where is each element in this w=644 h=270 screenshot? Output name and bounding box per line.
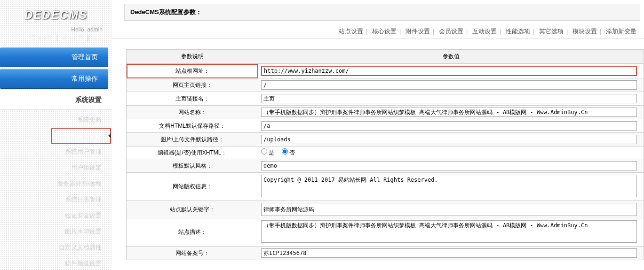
param-value-cell <box>258 173 644 201</box>
tab-other[interactable]: 其它选项 <box>539 28 564 35</box>
table-row: 网站版权信息： <box>127 173 644 201</box>
table-row: 文档HTML默认保存路径： <box>127 119 644 133</box>
col-value: 参数值 <box>258 50 644 64</box>
param-label: 网站版权信息： <box>127 173 258 201</box>
param-value-cell <box>258 78 644 92</box>
tab-interact[interactable]: 互动设置 <box>472 28 497 35</box>
param-input[interactable] <box>261 66 637 76</box>
subtabs: 站点设置| 核心设置| 附件设置| 会员设置| 互动设置| 性能选项| 其它选项… <box>112 23 644 39</box>
param-value-cell <box>258 64 644 78</box>
tab-attach[interactable]: 附件设置 <box>405 28 430 35</box>
params-table: 参数说明 参数值 站点根网址：网页主页链接：主页链接名：网站名称：文档HTML默… <box>126 49 644 260</box>
table-row: 站点根网址： <box>127 64 644 78</box>
param-input[interactable] <box>261 248 637 258</box>
param-label: 站点默认关键字： <box>127 201 258 218</box>
tab-site[interactable]: 站点设置 <box>339 28 363 35</box>
param-value-cell <box>258 247 644 260</box>
param-value-cell <box>258 201 644 218</box>
table-row: 网站名称： <box>127 106 644 119</box>
radio-no[interactable] <box>282 148 288 154</box>
table-row: 网站备案号： <box>127 247 644 260</box>
sidebar-item-server-remote[interactable]: 服务器分布/远程 <box>0 176 112 192</box>
nav-common-ops[interactable]: 常用操作 <box>0 69 108 89</box>
page-title: DedeCMS系统配置参数： <box>124 4 640 21</box>
param-input[interactable] <box>261 80 637 90</box>
sidebar-item-software-channel[interactable]: 软件频道设置 <box>0 255 112 270</box>
param-label: 网站名称： <box>127 106 258 119</box>
sidebar: DEDECMS Hello, admin 清理缓存 | 前台首页 | 退出 管理… <box>0 0 112 270</box>
clear-cache-link[interactable]: 清理缓存 <box>30 34 53 41</box>
sidebar-item-security[interactable]: 验证安全设置 <box>0 208 112 224</box>
table-row: 站点默认关键字： <box>127 201 644 218</box>
tab-perf[interactable]: 性能选项 <box>506 28 530 35</box>
param-input[interactable] <box>261 108 637 117</box>
param-textarea[interactable] <box>261 175 637 197</box>
radio-yes-label[interactable]: 是 <box>261 149 274 156</box>
sidebar-item-custom-attr[interactable]: 自定义文档属性 <box>0 239 112 255</box>
param-value-cell <box>258 218 644 247</box>
logo: DEDECMS <box>0 4 112 24</box>
param-label: 编辑器(是/否)使用XHTML： <box>127 147 258 159</box>
nav-section-system-settings[interactable]: 系统设置 <box>0 91 112 110</box>
table-row: 主页链接名： <box>127 92 644 106</box>
radio-no-label[interactable]: 否 <box>282 149 295 156</box>
param-input[interactable] <box>261 161 637 170</box>
param-textarea[interactable] <box>261 220 637 243</box>
logout-link[interactable]: 退出 <box>92 34 103 41</box>
param-label: 图片/上传文件默认路径： <box>127 133 258 147</box>
table-row: 网页主页链接： <box>127 78 644 92</box>
table-row: 图片/上传文件默认路径： <box>127 133 644 147</box>
sidebar-item-syslog[interactable]: 系统日志管理 <box>0 192 112 208</box>
main-content: DedeCMS系统配置参数： 站点设置| 核心设置| 附件设置| 会员设置| 互… <box>112 0 644 270</box>
tab-core[interactable]: 核心设置 <box>372 28 397 35</box>
param-label: 站点描述： <box>127 218 258 247</box>
table-row: 站点描述： <box>127 218 644 247</box>
param-label: 模板默认风格： <box>127 159 258 173</box>
col-desc: 参数说明 <box>127 50 258 64</box>
greeting: Hello, admin <box>0 24 112 34</box>
param-value-cell <box>258 159 644 173</box>
table-row: 模板默认风格： <box>127 159 644 173</box>
tab-addvar[interactable]: 添加新变量 <box>606 28 636 35</box>
param-label: 网页主页链接： <box>127 78 258 92</box>
param-label: 文档HTML默认保存路径： <box>127 119 258 133</box>
param-value-cell <box>258 106 644 119</box>
sidebar-item-user-mgmt[interactable]: 系统用户管理 <box>0 144 112 160</box>
param-label: 站点根网址： <box>127 64 258 78</box>
param-input[interactable] <box>261 135 637 144</box>
sidebar-item-system-update[interactable]: 系统更新 <box>0 112 112 128</box>
param-input[interactable] <box>261 94 637 103</box>
param-value-cell <box>258 92 644 106</box>
top-links: 清理缓存 | 前台首页 | 退出 <box>0 34 112 46</box>
tab-module[interactable]: 模块设置 <box>572 28 597 35</box>
param-label: 主页链接名： <box>127 92 258 106</box>
sidebar-item-basic-params[interactable]: 系统基本参数 <box>51 128 111 144</box>
param-input[interactable] <box>261 121 637 131</box>
front-page-link[interactable]: 前台首页 <box>61 34 84 41</box>
param-input[interactable] <box>261 203 637 216</box>
param-value-cell <box>258 119 644 133</box>
sidebar-item-group-settings[interactable]: 用户组设定 <box>0 160 112 176</box>
sidebar-item-watermark[interactable]: 图片水印设置 <box>0 224 112 239</box>
param-label: 网站备案号： <box>127 247 258 260</box>
nav-admin-home[interactable]: 管理首页 <box>0 47 108 67</box>
tab-member[interactable]: 会员设置 <box>439 28 463 35</box>
param-value-cell <box>258 133 644 147</box>
param-value-cell: 是 否 <box>258 147 644 159</box>
table-row: 编辑器(是/否)使用XHTML： 是 否 <box>127 147 644 159</box>
radio-yes[interactable] <box>261 148 267 154</box>
